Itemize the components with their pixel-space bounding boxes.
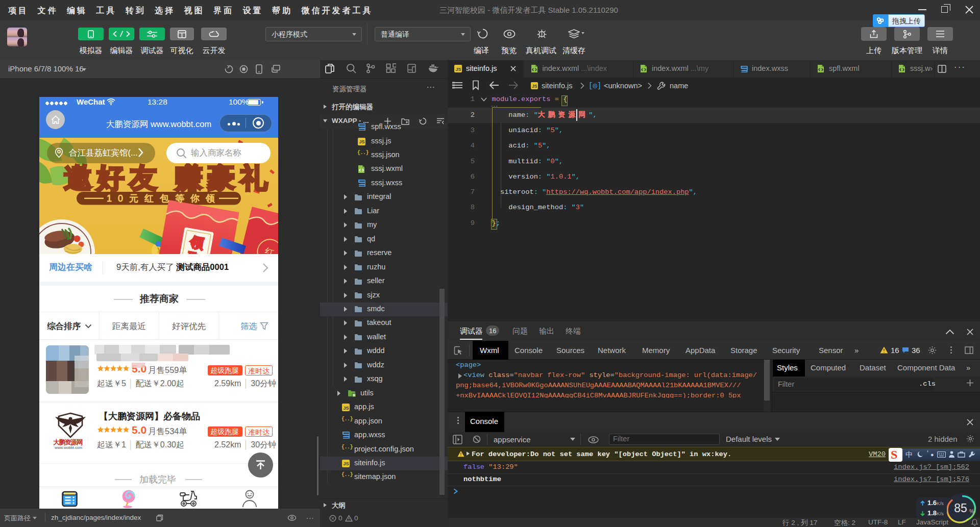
svg-text:%: % bbox=[969, 508, 974, 514]
svg-text:85: 85 bbox=[954, 501, 967, 515]
svg-text:邀好友 赚豪礼: 邀好友 赚豪礼 bbox=[64, 162, 273, 193]
svg-text:领: 领 bbox=[188, 234, 205, 252]
